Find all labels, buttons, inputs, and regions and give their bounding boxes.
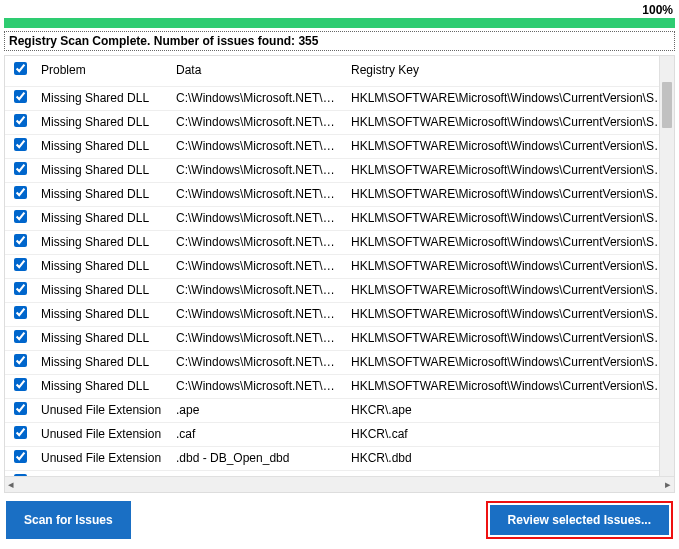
row-checkbox-cell bbox=[5, 231, 35, 255]
table-row[interactable]: Unused File Extension.cafHKCR\.caf bbox=[5, 423, 674, 447]
row-checkbox-cell bbox=[5, 471, 35, 477]
row-key: HKLM\SOFTWARE\Microsoft\Windows\CurrentV… bbox=[345, 303, 674, 327]
table-row[interactable]: Missing Shared DLLC:\Windows\Microsoft.N… bbox=[5, 135, 674, 159]
row-checkbox[interactable] bbox=[14, 306, 27, 319]
row-checkbox-cell bbox=[5, 327, 35, 351]
row-checkbox-cell bbox=[5, 183, 35, 207]
review-button[interactable]: Review selected Issues... bbox=[490, 505, 669, 535]
row-key: HKLM\SOFTWARE\Microsoft\Windows\CurrentV… bbox=[345, 87, 674, 111]
table-row[interactable]: Unused File Extension.dbd - DB_Open_dbdH… bbox=[5, 447, 674, 471]
review-button-highlight: Review selected Issues... bbox=[486, 501, 673, 539]
row-checkbox[interactable] bbox=[14, 450, 27, 463]
column-header-data[interactable]: Data bbox=[170, 56, 345, 87]
row-data: C:\Windows\Microsoft.NET\Fra... bbox=[170, 111, 345, 135]
row-checkbox[interactable] bbox=[14, 258, 27, 271]
table-row[interactable]: Missing Shared DLLC:\Windows\Microsoft.N… bbox=[5, 327, 674, 351]
row-problem: Missing Shared DLL bbox=[35, 327, 170, 351]
row-checkbox[interactable] bbox=[14, 402, 27, 415]
table-row[interactable]: Missing Shared DLLC:\Windows\Microsoft.N… bbox=[5, 255, 674, 279]
table-row[interactable]: Missing Shared DLLC:\Windows\Microsoft.N… bbox=[5, 351, 674, 375]
vertical-scrollbar-thumb[interactable] bbox=[662, 82, 672, 128]
row-key: HKLM\SOFTWARE\Microsoft\Windows\CurrentV… bbox=[345, 111, 674, 135]
scroll-right-icon[interactable]: ▸ bbox=[665, 479, 671, 490]
row-checkbox-cell bbox=[5, 111, 35, 135]
row-problem: Missing Shared DLL bbox=[35, 231, 170, 255]
row-checkbox[interactable] bbox=[14, 234, 27, 247]
progress-percent: 100% bbox=[642, 3, 673, 17]
progress-bar bbox=[4, 18, 675, 28]
row-data: .dbd - DB_Open_dbd bbox=[170, 447, 345, 471]
header-checkbox-cell bbox=[5, 56, 35, 87]
select-all-checkbox[interactable] bbox=[14, 62, 27, 75]
row-data: .dbop - DB_Open_dbop bbox=[170, 471, 345, 477]
results-table-area: Problem Data Registry Key Missing Shared… bbox=[4, 55, 675, 493]
row-problem: Missing Shared DLL bbox=[35, 351, 170, 375]
table-row[interactable]: Missing Shared DLLC:\Windows\Microsoft.N… bbox=[5, 375, 674, 399]
row-problem: Missing Shared DLL bbox=[35, 183, 170, 207]
row-key: HKLM\SOFTWARE\Microsoft\Windows\CurrentV… bbox=[345, 231, 674, 255]
row-checkbox[interactable] bbox=[14, 114, 27, 127]
table-row[interactable]: Missing Shared DLLC:\Windows\Microsoft.N… bbox=[5, 183, 674, 207]
row-data: C:\Windows\Microsoft.NET\Fra... bbox=[170, 159, 345, 183]
row-data: C:\Windows\Microsoft.NET\Fra... bbox=[170, 327, 345, 351]
row-key: HKLM\SOFTWARE\Microsoft\Windows\CurrentV… bbox=[345, 159, 674, 183]
progress-section: 100% bbox=[0, 0, 679, 28]
table-row[interactable]: Missing Shared DLLC:\Windows\Microsoft.N… bbox=[5, 111, 674, 135]
table-row[interactable]: Missing Shared DLLC:\Windows\Microsoft.N… bbox=[5, 303, 674, 327]
table-row[interactable]: Missing Shared DLLC:\Windows\Microsoft.N… bbox=[5, 231, 674, 255]
row-key: HKLM\SOFTWARE\Microsoft\Windows\CurrentV… bbox=[345, 207, 674, 231]
row-checkbox[interactable] bbox=[14, 330, 27, 343]
row-checkbox[interactable] bbox=[14, 162, 27, 175]
scroll-left-icon[interactable]: ◂ bbox=[8, 479, 14, 490]
table-row[interactable]: Missing Shared DLLC:\Windows\Microsoft.N… bbox=[5, 87, 674, 111]
table-row[interactable]: Missing Shared DLLC:\Windows\Microsoft.N… bbox=[5, 279, 674, 303]
row-checkbox[interactable] bbox=[14, 378, 27, 391]
row-key: HKLM\SOFTWARE\Microsoft\Windows\CurrentV… bbox=[345, 255, 674, 279]
row-key: HKLM\SOFTWARE\Microsoft\Windows\CurrentV… bbox=[345, 135, 674, 159]
row-checkbox-cell bbox=[5, 135, 35, 159]
row-data: C:\Windows\Microsoft.NET\Fra... bbox=[170, 207, 345, 231]
row-problem: Unused File Extension bbox=[35, 471, 170, 477]
row-data: .ape bbox=[170, 399, 345, 423]
row-data: C:\Windows\Microsoft.NET\Fra... bbox=[170, 255, 345, 279]
scan-status-header: Registry Scan Complete. Number of issues… bbox=[4, 31, 675, 51]
horizontal-scrollbar[interactable]: ◂ ▸ bbox=[5, 476, 674, 492]
table-row[interactable]: Unused File Extension.apeHKCR\.ape bbox=[5, 399, 674, 423]
row-data: C:\Windows\Microsoft.NET\Fra... bbox=[170, 375, 345, 399]
row-key: HKLM\SOFTWARE\Microsoft\Windows\CurrentV… bbox=[345, 351, 674, 375]
row-key: HKCR\.ape bbox=[345, 399, 674, 423]
row-data: C:\Windows\Microsoft.NET\Fra... bbox=[170, 135, 345, 159]
table-row[interactable]: Unused File Extension.dbop - DB_Open_dbo… bbox=[5, 471, 674, 477]
row-checkbox[interactable] bbox=[14, 210, 27, 223]
row-key: HKLM\SOFTWARE\Microsoft\Windows\CurrentV… bbox=[345, 375, 674, 399]
row-problem: Missing Shared DLL bbox=[35, 255, 170, 279]
results-grid: Problem Data Registry Key Missing Shared… bbox=[5, 56, 674, 476]
row-checkbox-cell bbox=[5, 159, 35, 183]
row-data: .caf bbox=[170, 423, 345, 447]
row-checkbox-cell bbox=[5, 447, 35, 471]
row-checkbox[interactable] bbox=[14, 90, 27, 103]
vertical-scrollbar[interactable] bbox=[659, 56, 674, 476]
results-table: Problem Data Registry Key Missing Shared… bbox=[5, 56, 674, 476]
row-checkbox-cell bbox=[5, 375, 35, 399]
row-key: HKCR\.dbd bbox=[345, 447, 674, 471]
row-checkbox-cell bbox=[5, 87, 35, 111]
scan-button[interactable]: Scan for Issues bbox=[6, 501, 131, 539]
row-checkbox[interactable] bbox=[14, 186, 27, 199]
column-header-key[interactable]: Registry Key bbox=[345, 56, 674, 87]
row-checkbox[interactable] bbox=[14, 138, 27, 151]
table-header-row: Problem Data Registry Key bbox=[5, 56, 674, 87]
row-checkbox[interactable] bbox=[14, 474, 27, 476]
column-header-problem[interactable]: Problem bbox=[35, 56, 170, 87]
row-data: C:\Windows\Microsoft.NET\Fra... bbox=[170, 351, 345, 375]
table-row[interactable]: Missing Shared DLLC:\Windows\Microsoft.N… bbox=[5, 159, 674, 183]
row-problem: Missing Shared DLL bbox=[35, 87, 170, 111]
row-data: C:\Windows\Microsoft.NET\Fra... bbox=[170, 231, 345, 255]
row-checkbox[interactable] bbox=[14, 282, 27, 295]
table-row[interactable]: Missing Shared DLLC:\Windows\Microsoft.N… bbox=[5, 207, 674, 231]
row-checkbox-cell bbox=[5, 351, 35, 375]
row-checkbox[interactable] bbox=[14, 354, 27, 367]
row-key: HKLM\SOFTWARE\Microsoft\Windows\CurrentV… bbox=[345, 327, 674, 351]
row-problem: Missing Shared DLL bbox=[35, 303, 170, 327]
row-checkbox[interactable] bbox=[14, 426, 27, 439]
